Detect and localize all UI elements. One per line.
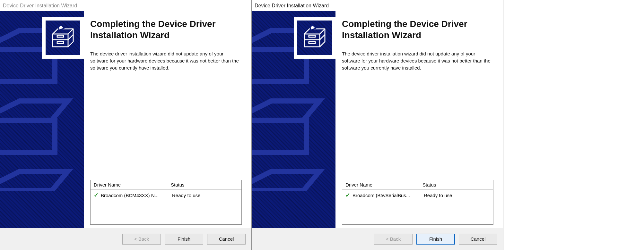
window-title: Device Driver Installation Wizard <box>3 3 77 9</box>
driver-name-cell: Broadcom (BCM43XX) N... <box>101 193 172 198</box>
checkmark-icon: ✓ <box>94 192 100 199</box>
table-row[interactable]: ✓ Broadcom (BtwSerialBus... Ready to use <box>342 190 493 201</box>
titlebar[interactable]: Device Driver Installation Wizard <box>0 0 251 11</box>
wizard-logo-box <box>294 17 335 59</box>
page-heading: Completing the Device Driver Installatio… <box>90 18 242 41</box>
table-header: Driver Name Status <box>342 180 493 190</box>
driver-status-cell: Ready to use <box>172 193 238 198</box>
checkmark-icon: ✓ <box>345 192 351 199</box>
client-area: Completing the Device Driver Installatio… <box>0 11 251 228</box>
titlebar[interactable]: Device Driver Installation Wizard <box>252 0 503 11</box>
wizard-window-2: Device Driver Installation Wizard <box>252 0 503 250</box>
wizard-sidebar <box>0 11 84 228</box>
driver-table: Driver Name Status ✓ Broadcom (BCM43XX) … <box>90 180 242 225</box>
svg-rect-6 <box>309 42 315 44</box>
drawer-icon <box>49 24 77 52</box>
svg-rect-5 <box>252 120 307 152</box>
col-status[interactable]: Status <box>171 182 238 188</box>
finish-button[interactable]: Finish <box>416 234 455 245</box>
wizard-content: Completing the Device Driver Installatio… <box>335 11 503 228</box>
wizard-content: Completing the Device Driver Installatio… <box>84 11 251 228</box>
back-button: < Back <box>374 234 413 245</box>
driver-status-cell: Ready to use <box>424 193 490 198</box>
svg-rect-1 <box>0 120 55 152</box>
table-row[interactable]: ✓ Broadcom (BCM43XX) N... Ready to use <box>91 190 241 201</box>
wizard-sidebar <box>252 11 335 228</box>
page-heading: Completing the Device Driver Installatio… <box>342 18 493 41</box>
col-status[interactable]: Status <box>422 182 490 188</box>
drawer-icon <box>300 24 329 52</box>
table-header: Driver Name Status <box>91 180 241 190</box>
page-body-text: The device driver installation wizard di… <box>90 50 241 71</box>
page-body-text: The device driver installation wizard di… <box>342 50 493 71</box>
driver-table: Driver Name Status ✓ Broadcom (BtwSerial… <box>342 180 493 225</box>
back-button: < Back <box>122 234 161 245</box>
window-title: Device Driver Installation Wizard <box>255 3 329 9</box>
wizard-logo-box <box>42 17 84 59</box>
wizard-window-1: Device Driver Installation Wizard <box>0 0 252 250</box>
client-area: Completing the Device Driver Installatio… <box>252 11 503 228</box>
svg-rect-7 <box>309 35 315 37</box>
cancel-button[interactable]: Cancel <box>207 234 246 245</box>
button-row: < Back Finish Cancel <box>252 228 503 250</box>
finish-button[interactable]: Finish <box>165 234 203 245</box>
svg-rect-3 <box>57 35 64 37</box>
col-driver-name[interactable]: Driver Name <box>345 182 422 188</box>
driver-name-cell: Broadcom (BtwSerialBus... <box>352 193 424 198</box>
cancel-button[interactable]: Cancel <box>459 234 497 245</box>
svg-rect-2 <box>57 42 64 44</box>
col-driver-name[interactable]: Driver Name <box>94 182 171 188</box>
button-row: < Back Finish Cancel <box>0 228 251 250</box>
